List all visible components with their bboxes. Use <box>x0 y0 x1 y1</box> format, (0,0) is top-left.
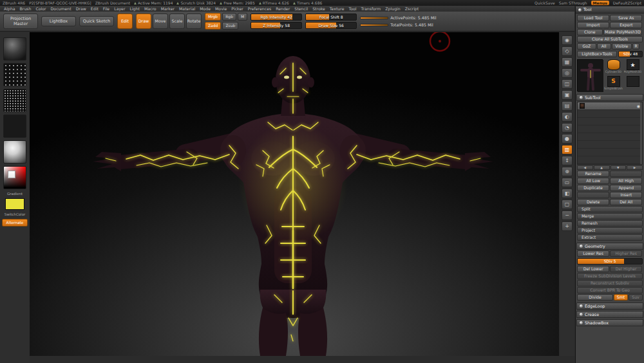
subtool-button[interactable]: Insert <box>610 192 642 198</box>
subtool-section-header[interactable]: SubTool <box>576 94 643 101</box>
quicksave-button[interactable]: QuickSave <box>535 1 555 5</box>
tool-thumbnail[interactable]: ★PolyMesh3D <box>623 59 642 75</box>
geometry-button[interactable]: Divide <box>577 294 613 301</box>
scroll-icon[interactable]: ↕ <box>562 156 573 165</box>
menu-item[interactable]: Layer <box>114 6 125 11</box>
menu-item[interactable]: Render <box>276 6 290 11</box>
tool-button[interactable]: Clone <box>577 29 603 35</box>
subtool-slot[interactable]: ◉ <box>578 156 642 164</box>
edit-button[interactable]: Edit <box>117 14 133 29</box>
z-intensity-slider[interactable]: Z Intensity 58 <box>251 22 302 29</box>
brush-palette-thumbnail[interactable] <box>3 37 26 60</box>
subtool-scroll-button[interactable]: ◀ <box>577 165 593 170</box>
tool-button[interactable]: Save As <box>610 15 642 21</box>
subtool-slot[interactable]: ◉ <box>578 141 642 149</box>
geometry-button[interactable]: Reconstruct Subdiv <box>577 280 643 286</box>
subtool-button[interactable]: Del All <box>610 199 642 205</box>
transform-mode-button[interactable]: Scale <box>169 14 185 29</box>
subtool-button[interactable]: Merge <box>577 213 643 219</box>
menu-item[interactable]: Stroke <box>312 6 325 11</box>
geometry-button[interactable]: Convert BPR To Geo <box>577 287 643 293</box>
subtool-slot[interactable]: ◉ <box>578 149 642 156</box>
focal-shift-slider[interactable]: Focal Shift 8 <box>305 14 357 21</box>
geometry-button[interactable]: Smt <box>614 294 628 301</box>
zoom-icon[interactable]: ⊕ <box>562 167 573 176</box>
subtool-button[interactable] <box>610 171 642 177</box>
zoom-in-icon[interactable]: + <box>562 221 573 231</box>
frame-icon[interactable]: ▣ <box>562 90 573 100</box>
stroke-palette-thumbnail[interactable] <box>3 63 26 86</box>
menu-item[interactable]: Mode <box>200 6 211 11</box>
menu-item[interactable]: Zplugin <box>385 6 400 11</box>
local-symmetry-icon[interactable]: ◫ <box>562 79 573 89</box>
lightbox-button[interactable]: LightBox <box>41 16 76 26</box>
tool-button[interactable]: Make PolyMesh3D <box>603 29 642 35</box>
menu-item[interactable]: Marker <box>161 6 175 11</box>
tool-thumbnail[interactable]: Cylinder3D <box>604 59 623 75</box>
subtool-button[interactable]: Rename <box>577 171 609 177</box>
menu-item[interactable]: Tool <box>349 6 357 11</box>
subtool-button[interactable]: Delete <box>577 199 609 205</box>
geometry-button[interactable]: Suv <box>629 294 643 301</box>
tool-palette-header[interactable]: Tool <box>576 6 644 14</box>
subtool-slot[interactable]: ◉ <box>578 110 642 118</box>
tool-button[interactable]: All <box>597 43 611 50</box>
texture-palette-thumbnail[interactable] <box>3 115 26 138</box>
subtool-button[interactable]: Project <box>577 227 643 234</box>
transform-mode-button[interactable]: Draw <box>136 14 151 29</box>
geometry-section-header[interactable]: Geometry <box>576 243 643 250</box>
menu-item[interactable]: Preferences <box>248 6 271 11</box>
menu-item[interactable]: Movie <box>215 6 227 11</box>
subtool-slot[interactable]: ◉ <box>578 126 642 133</box>
menu-item[interactable]: Light <box>129 6 139 11</box>
menu-item[interactable]: Zscript <box>405 6 419 11</box>
aa-half-icon[interactable]: ◧ <box>562 189 573 198</box>
floor-grid-icon[interactable]: ▦ <box>562 57 573 67</box>
sdiv-slider[interactable]: SDiv 5 <box>577 258 643 265</box>
collapsed-section-header[interactable]: Crease <box>576 311 643 318</box>
tool-button[interactable]: GoZ <box>577 43 596 50</box>
subtool-button[interactable]: All Low <box>577 178 609 184</box>
tool-button[interactable]: R <box>632 43 639 50</box>
projection-master-button[interactable]: Projection Master <box>3 14 38 29</box>
geometry-button[interactable]: Del Higher <box>610 266 642 272</box>
transform-mode-button[interactable]: Move <box>153 14 168 29</box>
actual-size-icon[interactable]: ▭ <box>562 178 573 187</box>
menu-item[interactable]: Alpha <box>4 6 15 11</box>
thumbnail-size-slider[interactable]: SDiv 48 <box>618 51 643 57</box>
geometry-button[interactable]: Freeze SubDivision Levels <box>577 273 643 279</box>
menus-toggle[interactable]: Menus <box>591 1 609 5</box>
alternate-button[interactable]: Alternate <box>2 219 28 227</box>
tool-button[interactable]: Clone All SubTools <box>577 36 643 42</box>
subtool-scroll-button[interactable]: ▶ <box>627 165 643 170</box>
tool-button[interactable]: Import <box>577 22 609 28</box>
perspective-icon[interactable]: ◇ <box>562 46 573 56</box>
current-color-swatch[interactable] <box>5 198 24 210</box>
tool-button[interactable]: Export <box>610 22 642 28</box>
xpose-icon[interactable]: ▥ <box>562 145 573 154</box>
tool-button[interactable]: Visible <box>612 43 632 50</box>
transform-mode-button[interactable]: Rotate <box>186 14 202 29</box>
bpr-icon[interactable]: ◉ <box>562 35 573 45</box>
subtool-button[interactable]: Remesh <box>577 220 643 227</box>
subtool-button[interactable]: All High <box>610 178 642 184</box>
menu-item[interactable]: Picker <box>231 6 243 11</box>
menu-item[interactable]: Material <box>179 6 195 11</box>
paint-mode-button[interactable]: Mrgb <box>205 13 221 21</box>
color-picker[interactable] <box>3 166 26 189</box>
geometry-button[interactable]: Higher Res <box>610 250 642 257</box>
subtool-slot[interactable]: ◉ <box>578 118 642 126</box>
default-zscript-button[interactable]: DeFaultZScript <box>613 1 641 5</box>
subtool-button[interactable]: Split <box>577 206 643 212</box>
zoom-out-icon[interactable]: − <box>562 210 573 220</box>
menu-item[interactable]: Color <box>35 6 46 11</box>
tool-thumbnail[interactable] <box>623 76 642 92</box>
paint-mode-button[interactable]: Rgb <box>222 13 236 21</box>
draw-size-slider[interactable]: Draw Size 56 <box>305 22 357 29</box>
menu-item[interactable]: Document <box>51 6 71 11</box>
ghost-icon[interactable]: ◔ <box>562 123 573 133</box>
menu-item[interactable]: Transform <box>361 6 381 11</box>
subtool-button[interactable]: Append <box>610 185 642 191</box>
tool-thumbnail[interactable]: SSimpleBrush <box>604 76 623 92</box>
menu-item[interactable]: Brush <box>20 6 32 11</box>
